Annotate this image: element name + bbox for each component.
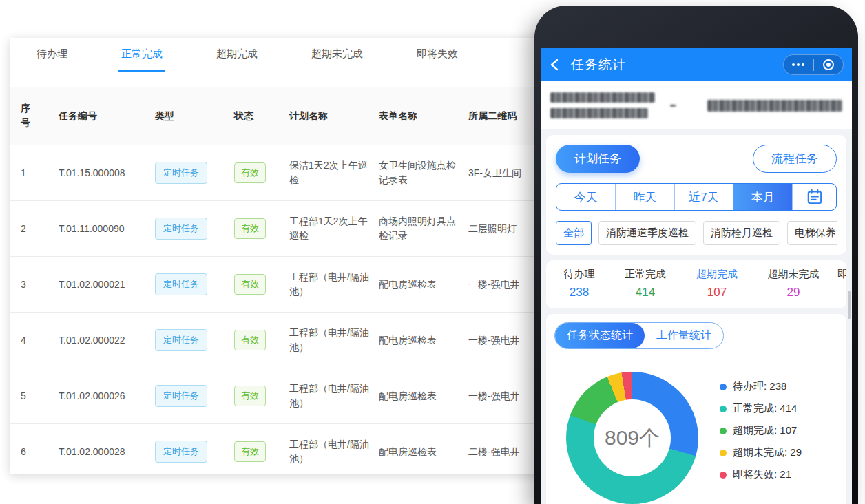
cell-plan-name: 保洁1天2次上午巡检 [289, 158, 379, 187]
status-badge: 有效 [234, 274, 266, 295]
cell-seq: 6 [21, 445, 59, 459]
status-badge: 有效 [234, 441, 266, 462]
chip-all[interactable]: 全部 [556, 221, 592, 245]
cell-form-name: 配电房巡检表 [379, 389, 468, 403]
redacted-platform-name [707, 100, 842, 112]
donut-chart-area: 809个 待办理: 238 正常完成: 414 超期完成: 107 超期未完成:… [546, 364, 846, 504]
cell-type: 定时任务 [155, 218, 234, 240]
stat-completed-overdue[interactable]: 超期完成 107 [681, 268, 753, 300]
cell-type: 定时任务 [155, 273, 234, 295]
page-title: 任务统计 [571, 56, 626, 74]
legend-text: 正常完成: 414 [733, 402, 797, 415]
legend-item: 超期未完成: 29 [720, 446, 802, 459]
company-strip [541, 81, 852, 129]
more-menu-icon[interactable] [784, 55, 813, 74]
header-form-name: 表单名称 [379, 109, 468, 123]
legend-dot [720, 406, 727, 412]
cell-status: 有效 [234, 441, 289, 462]
phone-content: 计划任务 流程任务 今天 昨天 近7天 本月 [541, 129, 852, 504]
chip-fire-passage[interactable]: 消防通道季度巡检 [598, 221, 696, 245]
legend-item: 待办理: 238 [720, 380, 802, 393]
tab-pending[interactable]: 待办理 [34, 38, 70, 72]
header-seq: 序号 [21, 101, 36, 130]
legend-dot [720, 450, 727, 456]
stat-completed-on-time[interactable]: 正常完成 414 [609, 268, 681, 300]
phone-screen: 任务统计 [541, 48, 852, 504]
stat-expiring-soon[interactable]: 即将失效 [834, 268, 846, 300]
stat-value: 29 [753, 286, 834, 300]
redacted-text-line [550, 92, 655, 103]
header-plan-name: 计划名称 [289, 109, 379, 123]
tab-completed-on-time[interactable]: 正常完成 [118, 38, 165, 72]
flow-task-button[interactable]: 流程任务 [753, 145, 837, 173]
filter-card: 计划任务 流程任务 今天 昨天 近7天 本月 [546, 135, 846, 255]
cell-seq: 5 [21, 389, 59, 403]
cell-type: 定时任务 [155, 385, 234, 407]
tab-workload-stats[interactable]: 工作量统计 [645, 323, 723, 348]
date-tab-yesterday[interactable]: 昨天 [615, 184, 674, 210]
chart-tab-bar: 任务状态统计 工作量统计 [554, 322, 724, 349]
cell-status: 有效 [234, 330, 289, 350]
tab-completed-overdue[interactable]: 超期完成 [213, 38, 260, 72]
cell-status: 有效 [234, 162, 289, 183]
legend-text: 超期未完成: 29 [733, 446, 802, 459]
stat-label: 正常完成 [609, 268, 681, 281]
legend-item: 正常完成: 414 [720, 402, 802, 415]
date-tab-today[interactable]: 今天 [556, 184, 615, 210]
cell-seq: 2 [21, 222, 59, 236]
cell-plan-name: 工程部（电井/隔油池） [289, 326, 379, 355]
chart-card: 任务状态统计 工作量统计 809个 待办理: 238 正常完成: 414 超期完… [546, 314, 846, 504]
tab-overdue-incomplete[interactable]: 超期未完成 [309, 38, 366, 72]
cell-task-code: T.01.02.000028 [59, 445, 155, 459]
status-badge: 有效 [234, 386, 266, 406]
status-badge: 有效 [234, 218, 266, 239]
cell-status: 有效 [234, 386, 289, 406]
stat-pending[interactable]: 待办理 238 [549, 268, 609, 300]
legend-dot [720, 428, 727, 434]
cell-plan-name: 工程部1天2次上午巡检 [289, 214, 379, 243]
legend-dot [720, 472, 727, 479]
redacted-text-line [550, 108, 648, 118]
date-range-segmented: 今天 昨天 近7天 本月 [556, 183, 837, 211]
cell-task-code: T.01.02.000026 [59, 389, 155, 403]
redacted-company-name [550, 92, 655, 118]
cell-form-name: 女卫生间设施点检记录表 [379, 158, 468, 187]
tab-expiring-soon[interactable]: 即将失效 [414, 38, 461, 72]
cell-task-code: T.01.11.000090 [59, 222, 155, 236]
cell-task-code: T.01.02.000022 [59, 333, 155, 348]
calendar-picker-button[interactable] [792, 184, 836, 210]
status-badge: 有效 [234, 330, 266, 350]
cell-seq: 4 [21, 333, 59, 348]
cell-form-name: 配电房巡检表 [379, 445, 468, 459]
plan-task-button[interactable]: 计划任务 [556, 145, 640, 173]
stat-value: 238 [549, 286, 609, 300]
cell-seq: 1 [21, 166, 59, 180]
stats-summary-card: 待办理 238 正常完成 414 超期完成 107 超期未完成 29 [546, 260, 846, 308]
stat-label: 待办理 [549, 268, 609, 281]
date-tab-this-month[interactable]: 本月 [733, 184, 792, 210]
legend-text: 超期完成: 107 [733, 424, 797, 437]
stat-label: 即将失效 [834, 268, 846, 281]
cell-status: 有效 [234, 274, 289, 295]
legend-dot [720, 384, 727, 390]
cell-plan-name: 工程部（电井/隔油池） [289, 270, 379, 299]
type-badge: 定时任务 [155, 385, 207, 407]
stat-label: 超期未完成 [753, 268, 834, 281]
chip-hydrant[interactable]: 消防栓月巡检 [703, 221, 780, 245]
scrollbar[interactable] [848, 291, 851, 319]
tab-task-status-stats[interactable]: 任务状态统计 [555, 323, 645, 348]
calendar-icon [806, 188, 824, 206]
header-task-code: 任务编号 [59, 109, 155, 123]
chip-elevator[interactable]: 电梯保养 [787, 221, 837, 245]
date-tab-last7days[interactable]: 近7天 [674, 184, 733, 210]
stat-overdue-incomplete[interactable]: 超期未完成 29 [753, 268, 834, 300]
type-badge: 定时任务 [155, 329, 207, 351]
plan-filter-chips: 全部 消防通道季度巡检 消防栓月巡检 电梯保养 [556, 221, 837, 245]
close-target-icon[interactable] [814, 55, 844, 74]
cell-plan-name: 工程部（电井/隔油池） [289, 381, 379, 410]
stat-label: 超期完成 [681, 268, 753, 281]
cell-form-name: 配电房巡检表 [379, 277, 468, 292]
chart-legend: 待办理: 238 正常完成: 414 超期完成: 107 超期未完成: 29 即… [720, 380, 802, 481]
back-icon[interactable] [549, 58, 561, 72]
cell-type: 定时任务 [155, 441, 234, 463]
